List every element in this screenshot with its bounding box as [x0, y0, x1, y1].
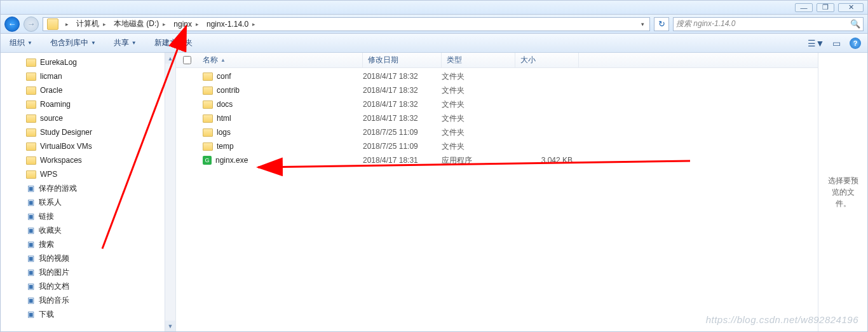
file-type: 文件夹: [442, 99, 515, 110]
help-icon: ?: [853, 39, 858, 47]
column-header[interactable]: 名称▲ 修改日期 类型 大小: [176, 53, 818, 68]
folder-icon: [26, 170, 36, 179]
tree-item[interactable]: ▣链接: [1, 209, 175, 223]
breadcrumb-segment[interactable]: 计算机▸: [72, 18, 110, 31]
chevron-right-icon: ▸: [252, 21, 255, 27]
tree-item[interactable]: VirtualBox VMs: [1, 139, 175, 153]
search-icon: 🔍: [850, 19, 860, 29]
address-bar[interactable]: ▸ 计算机▸本地磁盘 (D:)▸nginx▸nginx-1.14.0▸ ▾: [43, 17, 650, 31]
address-dropdown[interactable]: ▾: [637, 21, 648, 27]
tree-item[interactable]: ▣保存的游戏: [1, 181, 175, 195]
close-icon: ✕: [848, 3, 854, 11]
tree-item[interactable]: Roaming: [1, 97, 175, 111]
back-button[interactable]: ←: [4, 17, 20, 32]
column-name[interactable]: 名称▲: [198, 53, 363, 67]
file-name: contrib: [217, 86, 240, 95]
tree-item[interactable]: ▣搜索: [1, 237, 175, 251]
close-button[interactable]: ✕: [838, 3, 864, 12]
tree-item-label: Study Designer: [40, 128, 92, 137]
breadcrumb-segment[interactable]: nginx-1.14.0▸: [203, 18, 259, 31]
file-date: 2018/4/17 18:32: [363, 72, 442, 81]
scroll-up-icon[interactable]: ▲: [165, 53, 175, 64]
breadcrumb-segment[interactable]: nginx▸: [170, 18, 203, 31]
tree-item-label: 保存的游戏: [39, 183, 77, 194]
tree-item-label: Roaming: [40, 100, 71, 109]
column-size[interactable]: 大小: [515, 53, 579, 67]
exe-icon: G: [203, 156, 212, 165]
new-folder-button[interactable]: 新建文件夹: [152, 36, 195, 50]
column-date[interactable]: 修改日期: [363, 53, 442, 67]
file-type: 文件夹: [442, 127, 515, 138]
minimize-button[interactable]: —: [795, 3, 813, 12]
preview-pane-toggle[interactable]: ▭: [829, 37, 843, 50]
tree-scrollbar[interactable]: ▲ ▼: [165, 53, 175, 331]
help-button[interactable]: ?: [850, 38, 861, 49]
tree-item-label: WPS: [40, 170, 57, 179]
tree-item[interactable]: ▣我的视频: [1, 251, 175, 265]
tree-item[interactable]: ▣收藏夹: [1, 223, 175, 237]
file-row[interactable]: conf2018/4/17 18:32文件夹: [176, 69, 818, 83]
file-row[interactable]: logs2018/7/25 11:09文件夹: [176, 125, 818, 139]
main-area: EurekaLoglicmanOracleRoamingsourceStudy …: [1, 53, 867, 331]
tree-item-label: Oracle: [40, 86, 62, 95]
tree-item[interactable]: source: [1, 111, 175, 125]
maximize-icon: ❐: [822, 3, 829, 11]
tree-item-label: 我的视频: [39, 253, 69, 264]
list-icon: ☰: [808, 38, 816, 48]
file-date: 2018/7/25 11:09: [363, 142, 442, 151]
share-button[interactable]: 共享▼: [111, 36, 139, 50]
tree-item[interactable]: Study Designer: [1, 125, 175, 139]
titlebar: — ❐ ✕: [1, 1, 867, 15]
view-mode-button[interactable]: ☰▼: [809, 37, 823, 50]
file-row[interactable]: html2018/4/17 18:32文件夹: [176, 111, 818, 125]
file-type: 文件夹: [442, 71, 515, 82]
include-in-library-button[interactable]: 包含到库中▼: [48, 36, 98, 50]
tree-item-label: 我的图片: [39, 267, 69, 278]
file-row[interactable]: contrib2018/4/17 18:32文件夹: [176, 83, 818, 97]
tree-item[interactable]: ▣下载: [1, 307, 175, 321]
tree-item-label: 我的文档: [39, 281, 69, 292]
special-folder-icon: ▣: [26, 282, 35, 291]
select-all-checkbox[interactable]: [183, 56, 191, 64]
special-folder-icon: ▣: [26, 268, 35, 277]
tree-item[interactable]: ▣联系人: [1, 195, 175, 209]
file-type: 文件夹: [442, 141, 515, 152]
tree-item[interactable]: ▣我的文档: [1, 279, 175, 293]
chevron-down-icon: ▼: [132, 40, 137, 46]
tree-item[interactable]: licman: [1, 69, 175, 83]
special-folder-icon: ▣: [26, 254, 35, 263]
tree-item[interactable]: ▣我的图片: [1, 265, 175, 279]
organize-button[interactable]: 组织▼: [7, 36, 35, 50]
file-row[interactable]: Gnginx.exe2018/4/17 18:31应用程序3,042 KB: [176, 153, 818, 167]
preview-hint: 选择要预览的文件。: [825, 175, 861, 209]
scroll-down-icon[interactable]: ▼: [165, 321, 175, 331]
file-date: 2018/4/17 18:32: [363, 114, 442, 123]
special-folder-icon: ▣: [26, 212, 35, 221]
refresh-button[interactable]: ↻: [654, 17, 669, 31]
nav-tree[interactable]: EurekaLoglicmanOracleRoamingsourceStudy …: [1, 53, 176, 331]
special-folder-icon: ▣: [26, 184, 35, 193]
refresh-icon: ↻: [658, 19, 665, 29]
file-row[interactable]: temp2018/7/25 11:09文件夹: [176, 139, 818, 153]
maximize-button[interactable]: ❐: [817, 3, 834, 12]
search-placeholder: 搜索 nginx-1.14.0: [676, 18, 735, 29]
tree-item-label: 我的音乐: [39, 295, 69, 306]
breadcrumb-segment[interactable]: 本地磁盘 (D:)▸: [110, 18, 170, 31]
tree-item[interactable]: ▣我的音乐: [1, 293, 175, 307]
tree-item[interactable]: Oracle: [1, 83, 175, 97]
forward-button[interactable]: →: [24, 17, 39, 32]
file-list[interactable]: 名称▲ 修改日期 类型 大小 conf2018/4/17 18:32文件夹con…: [176, 53, 818, 331]
folder-icon: [26, 142, 36, 151]
search-input[interactable]: 搜索 nginx-1.14.0 🔍: [673, 17, 864, 31]
chevron-down-icon: ▼: [91, 40, 96, 46]
tree-item[interactable]: WPS: [1, 167, 175, 181]
tree-item-label: 下载: [39, 309, 54, 320]
path-root-dropdown[interactable]: ▸: [61, 21, 72, 27]
column-type[interactable]: 类型: [442, 53, 515, 67]
tree-item[interactable]: EurekaLog: [1, 55, 175, 69]
chevron-down-icon: ▼: [816, 38, 825, 48]
folder-icon: [203, 114, 213, 123]
file-row[interactable]: docs2018/4/17 18:32文件夹: [176, 97, 818, 111]
folder-icon: [26, 59, 36, 67]
tree-item[interactable]: Workspaces: [1, 153, 175, 167]
